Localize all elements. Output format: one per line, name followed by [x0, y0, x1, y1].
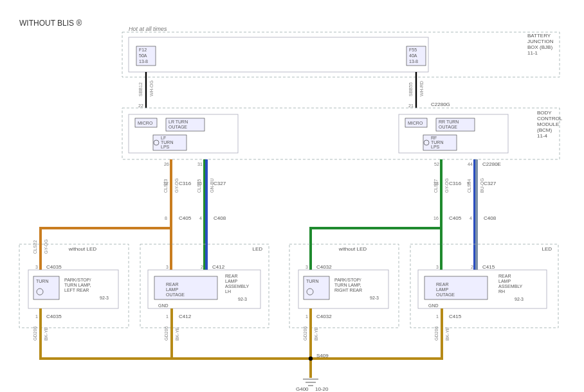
rear-lamp-out-l-t1: REAR: [166, 282, 178, 287]
bcm-right-micro-t: MICRO: [408, 121, 423, 125]
conn-c4032b: C4032: [316, 314, 332, 319]
pin-1d: 1: [436, 314, 439, 319]
ground-icon: [303, 379, 318, 386]
assy-rh-t1: REAR: [498, 274, 511, 278]
conn-c412b: C412: [179, 314, 192, 319]
lbl-gd206b: GD206: [164, 326, 169, 341]
rear-lamp-out-l-t3: OUTAGE: [166, 292, 185, 297]
lbl-gyog2: GY-OG: [44, 239, 48, 254]
conn-c405l: C405: [179, 215, 192, 221]
conn-c327r: C327: [484, 181, 497, 186]
pin-2b: 2: [471, 265, 473, 269]
lbl-bkye-c: BK-YE: [314, 327, 318, 341]
lbl-gyog-r: GY-OG: [444, 178, 449, 193]
gnd-r: GND: [428, 303, 439, 308]
mod-left-rear-t1: PARK/STOP/: [64, 278, 91, 282]
bjb-label2: JUNCTION: [527, 39, 554, 44]
conn-c405r: C405: [449, 215, 462, 221]
lbl-whrd: WH-RD: [419, 81, 424, 96]
bcm-left-micro-t: MICRO: [138, 121, 153, 125]
pin-26: 26: [164, 162, 169, 166]
pin-4r: 4: [470, 216, 472, 220]
mod-left-rear-t3: LEFT REAR: [64, 288, 89, 292]
bjb-ref: 11-1: [527, 50, 538, 56]
page-title: WITHOUT BLIS ®: [19, 19, 82, 28]
bcm-right-fet-t1: RF: [431, 136, 437, 140]
mod-left-rear-t2: TURN LAMP,: [64, 283, 91, 287]
pin-1b: 1: [166, 314, 169, 319]
rear-lamp-out-r: [424, 276, 488, 299]
lbl-whog: WH-OG: [149, 80, 154, 96]
bcm-right-fet-t2: TURN: [431, 140, 443, 145]
bjb-bus: [129, 37, 428, 72]
bcm-lbl1: BODY: [537, 110, 552, 116]
assy-rh-t3: ASSEMBLY: [498, 284, 523, 289]
power-note: Hot at all times: [129, 26, 167, 32]
conn-c415t: C415: [482, 264, 495, 270]
pin-21: 21: [408, 103, 414, 108]
turn-right-t: TURN: [306, 279, 318, 283]
bcm-left-fet-t3: LPS: [161, 145, 170, 149]
conn-c408l: C408: [214, 215, 226, 221]
mod-right-rear-ref: 92-3: [370, 296, 379, 300]
lbl-gyog-l: GY-OG: [174, 178, 179, 193]
grp-right-led-lbl: LED: [542, 246, 552, 252]
rear-lamp-out-r-t3: OUTAGE: [436, 292, 455, 297]
fuse-f55-amps: 40A: [409, 53, 417, 58]
lbl-sbb12: SBB12: [138, 82, 143, 96]
pin-2a: 2: [201, 265, 203, 269]
mod-right-rear-t2: TURN LAMP,: [334, 283, 361, 287]
bcm-ref: 11-4: [537, 133, 548, 139]
bcm-left-fet-t1: LF: [161, 136, 166, 140]
pin-31: 31: [197, 162, 203, 166]
bcm-right-out-t1: RR TURN: [439, 120, 459, 124]
assy-rh-t4: RH: [498, 289, 505, 294]
bcm-left-out-t1: LR TURN: [169, 120, 188, 124]
conn-c2280g: C2280G: [431, 102, 450, 107]
fuse-f55-name: F55: [409, 48, 417, 52]
assy-lh-ref: 92-3: [238, 297, 247, 301]
conn-c415b: C415: [449, 314, 462, 319]
rear-lamp-out-r-t2: LAMP: [436, 287, 448, 292]
conn-c412t: C412: [212, 264, 225, 270]
pin-16: 16: [433, 216, 439, 220]
conn-c408r: C408: [484, 215, 497, 221]
fuse-f12-spec: 13-8: [139, 59, 148, 64]
pin-3c: 3: [306, 265, 308, 269]
pin-32: 32: [163, 181, 169, 186]
bjb-label1: BATTERY: [527, 33, 551, 39]
bjb-outline: [122, 32, 560, 77]
bcm-lbl4: (BCM): [537, 127, 552, 133]
g400-ref: 10-20: [315, 386, 329, 392]
g400: G400: [296, 386, 309, 392]
pin-22: 22: [138, 103, 143, 108]
lbl-gd206d: GD206: [434, 326, 439, 341]
bcm-lbl2: CONTROL: [537, 116, 563, 121]
lbl-sbb55: SBB55: [408, 82, 413, 96]
pin-8: 8: [165, 216, 167, 220]
pin-3b: 3: [166, 265, 169, 269]
rear-lamp-out-r-t1: REAR: [436, 282, 448, 287]
assy-lh-t2: LAMP: [225, 279, 237, 283]
lbl-gd206c: GD206: [303, 326, 307, 341]
turn-left-t: TURN: [36, 279, 48, 283]
lbl-bkye-b: BK-YE: [175, 327, 179, 341]
pin-3a: 3: [35, 265, 38, 269]
gnd-l: GND: [158, 303, 169, 308]
grp-left-led-lbl: LED: [252, 246, 262, 252]
pin-10: 10: [197, 181, 202, 186]
mod-right-rear-t3: RIGHT REAR: [334, 288, 362, 292]
assy-lh-t1: REAR: [225, 274, 237, 278]
pin-1c: 1: [306, 314, 308, 319]
rear-lamp-out-l: [154, 276, 217, 299]
bcm-left-fet-t2: TURN: [161, 140, 173, 145]
pin-9: 9: [467, 181, 470, 186]
conn-c316r: C316: [449, 181, 462, 186]
conn-c316l: C316: [179, 181, 192, 186]
conn-c4032t: C4032: [316, 264, 332, 270]
splice-lbl: S409: [316, 353, 329, 359]
assy-rh-ref: 92-3: [515, 297, 524, 301]
rear-lamp-out-l-t2: LAMP: [166, 287, 178, 292]
conn-c4035t: C4035: [46, 264, 62, 270]
fuse-f12-amps: 50A: [139, 53, 147, 58]
